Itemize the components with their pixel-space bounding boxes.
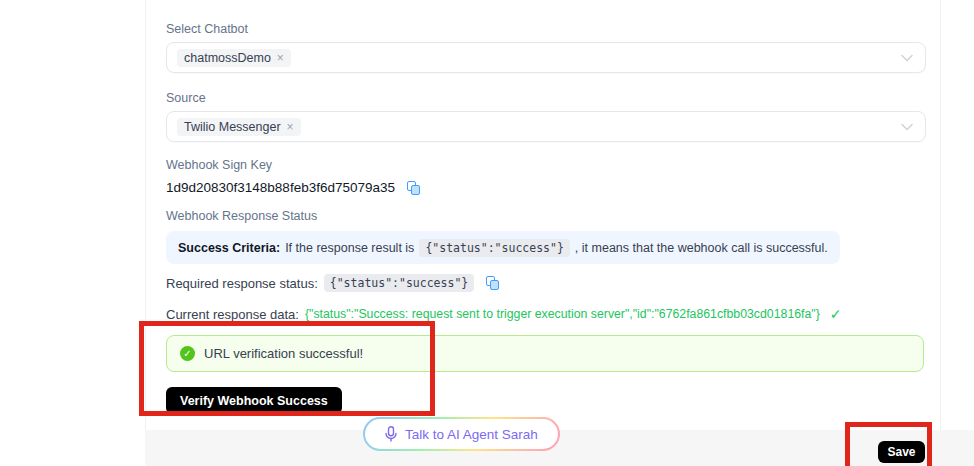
save-button[interactable]: Save [878, 441, 925, 463]
success-criteria-post: , it means that the webhook call is succ… [575, 241, 828, 255]
copy-icon[interactable] [407, 181, 420, 195]
webhook-sign-key-row: 1d9d20830f3148b88feb3f6d75079a35 [166, 180, 420, 195]
success-criteria-code: {"status":"success"} [419, 239, 569, 257]
talk-to-ai-agent-label: Talk to AI Agent Sarah [405, 427, 538, 442]
select-chatbot-field[interactable]: chatmossDemo × [166, 42, 926, 73]
webhook-sign-key-label: Webhook Sign Key [166, 158, 272, 172]
current-response-data-value: {"status":"Success: request sent to trig… [305, 307, 820, 321]
source-tag-remove-icon[interactable]: × [287, 121, 294, 133]
success-criteria-bold: Success Criteria: [178, 241, 280, 255]
required-response-status-label: Required response status: [166, 276, 318, 291]
source-tag-label: Twilio Messenger [184, 120, 281, 134]
webhook-sign-key-value: 1d9d20830f3148b88feb3f6d75079a35 [166, 180, 395, 195]
check-circle-icon: ✓ [180, 346, 195, 361]
webhook-settings-page: Select Chatbot chatmossDemo × Source Twi… [0, 0, 974, 466]
current-response-data-label: Current response data: [166, 307, 299, 322]
url-verification-message: URL verification successful! [204, 346, 363, 361]
content-panel: Select Chatbot chatmossDemo × Source Twi… [145, 0, 941, 430]
chatbot-tag-chip: chatmossDemo × [177, 49, 291, 67]
verify-webhook-success-button[interactable]: Verify Webhook Success [166, 387, 342, 414]
url-verification-alert: ✓ URL verification successful! [166, 335, 924, 372]
current-response-data-row: Current response data: {"status":"Succes… [166, 306, 842, 322]
microphone-icon [385, 426, 397, 442]
success-check-icon: ✓ [830, 306, 842, 322]
source-label: Source [166, 91, 206, 105]
talk-to-ai-agent-button[interactable]: Talk to AI Agent Sarah [363, 417, 560, 451]
success-criteria-info-box: Success Criteria: If the response result… [166, 231, 840, 264]
select-chatbot-label: Select Chatbot [166, 22, 248, 36]
chatbot-tag-remove-icon[interactable]: × [277, 52, 284, 64]
source-field[interactable]: Twilio Messenger × [166, 111, 926, 142]
chevron-down-icon [901, 123, 913, 131]
required-response-status-row: Required response status: {"status":"suc… [166, 274, 499, 292]
webhook-response-status-label: Webhook Response Status [166, 209, 317, 223]
required-response-status-code: {"status":"success"} [324, 274, 474, 292]
chatbot-tag-label: chatmossDemo [184, 51, 271, 65]
copy-icon[interactable] [486, 276, 499, 290]
source-tag-chip: Twilio Messenger × [177, 118, 301, 136]
success-criteria-pre: If the response result is [285, 241, 414, 255]
chevron-down-icon [901, 54, 913, 62]
